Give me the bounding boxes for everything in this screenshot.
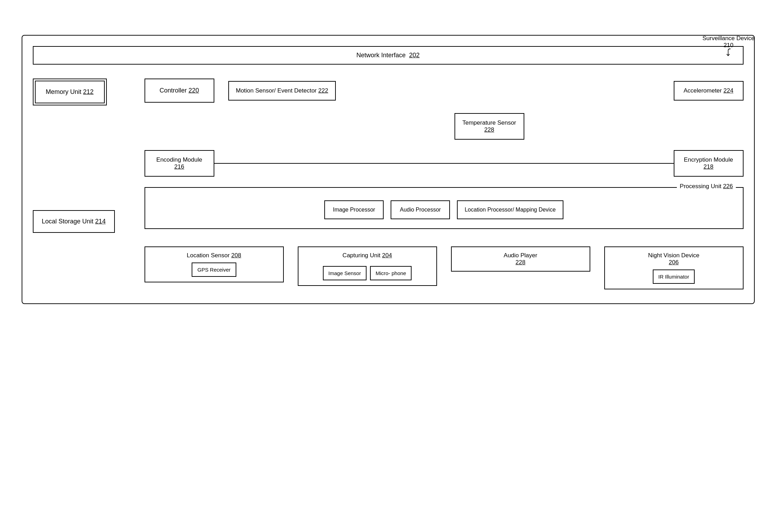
- ir-illuminator-label: IR Illuminator: [658, 274, 689, 280]
- audio-player-box: Audio Player228: [451, 246, 590, 272]
- local-storage-box: Local Storage Unit 214: [33, 210, 115, 233]
- memory-unit-number: 212: [83, 88, 94, 95]
- accelerometer-box: Accelerometer 224: [674, 81, 744, 101]
- left-column: Memory Unit 212 Local Storage Unit 214: [33, 79, 131, 289]
- location-sensor-box: Location Sensor 208 GPS Receiver: [145, 246, 284, 282]
- encryption-module-number: 218: [703, 163, 713, 170]
- image-sensor-box: Image Sensor: [323, 266, 367, 280]
- accelerometer-label: Accelerometer: [683, 87, 722, 94]
- controller-label: Controller: [160, 87, 187, 94]
- temperature-sensor-number: 228: [484, 126, 494, 133]
- capturing-unit-inner: Image Sensor Micro- phone: [304, 263, 431, 280]
- processing-unit-inner: Image Processor Audio Processor Location…: [151, 193, 737, 223]
- memory-unit-box: Memory Unit 212: [35, 81, 105, 103]
- network-interface-box: Network Interface 202: [33, 46, 744, 65]
- processing-unit-label: Processing Unit 226: [677, 183, 736, 190]
- motion-sensor-label: Motion Sensor/ Event Detector: [236, 87, 317, 94]
- controller-box: Controller 220: [145, 79, 214, 103]
- night-vision-device-label: Night Vision Device206: [611, 252, 737, 266]
- capturing-unit-box: Capturing Unit 204 Image Sensor Micro- p…: [298, 246, 437, 286]
- location-sensor-label: Location Sensor 208: [151, 252, 278, 259]
- row-encoding: Encoding Module216 Encryption Module218: [145, 150, 744, 177]
- temperature-sensor-box: Temperature Sensor228: [454, 113, 524, 140]
- local-storage-wrapper: Local Storage Unit 214: [33, 210, 115, 233]
- motion-sensor-box: Motion Sensor/ Event Detector 222: [228, 81, 336, 101]
- capturing-unit-label: Capturing Unit 204: [304, 252, 431, 259]
- local-storage-number: 214: [95, 218, 106, 225]
- encoding-module-number: 216: [174, 163, 184, 170]
- motion-sensor-number: 222: [318, 87, 328, 94]
- location-processor-box: Location Processor/ Mapping Device: [457, 200, 563, 219]
- local-storage-label: Local Storage Unit: [42, 218, 94, 225]
- main-content: Memory Unit 212 Local Storage Unit 214 C…: [33, 79, 744, 289]
- temperature-sensor-label: Temperature Sensor: [462, 119, 516, 126]
- gps-receiver-label: GPS Receiver: [197, 267, 230, 273]
- bottom-row: Location Sensor 208 GPS Receiver Capturi…: [145, 246, 744, 289]
- accelerometer-number: 224: [723, 87, 733, 94]
- controller-number: 220: [189, 87, 199, 94]
- encoding-line: [214, 163, 674, 164]
- encoding-module-box: Encoding Module216: [145, 150, 214, 177]
- row-1: Controller 220 Motion Sensor/ Event Dete…: [145, 79, 744, 103]
- page: Surveillance Device 210 ⤵ Network Interf…: [22, 35, 755, 304]
- network-interface-label: Network Interface: [356, 52, 406, 59]
- audio-processor-label: Audio Processor: [400, 207, 441, 213]
- audio-player-label: Audio Player228: [457, 252, 584, 266]
- memory-unit-label: Memory Unit: [46, 88, 81, 95]
- ir-illuminator-box: IR Illuminator: [653, 269, 695, 284]
- encoding-module-label: Encoding Module: [156, 156, 202, 163]
- processing-unit-box: Processing Unit 226 Image Processor Audi…: [145, 187, 744, 229]
- microphone-box: Micro- phone: [370, 266, 412, 280]
- outer-device-box: Network Interface 202 Memory Unit 212: [22, 35, 755, 304]
- encryption-module-label: Encryption Module: [684, 156, 733, 163]
- image-processor-box: Image Processor: [324, 200, 384, 219]
- audio-processor-box: Audio Processor: [391, 200, 450, 219]
- gps-receiver-box: GPS Receiver: [192, 263, 236, 277]
- microphone-label: Micro- phone: [376, 270, 406, 276]
- night-vision-device-box: Night Vision Device206 IR Illuminator: [604, 246, 744, 289]
- memory-unit-wrapper: Memory Unit 212: [33, 79, 107, 105]
- image-sensor-label: Image Sensor: [328, 270, 361, 276]
- image-processor-label: Image Processor: [333, 207, 375, 213]
- encryption-module-box: Encryption Module218: [674, 150, 744, 177]
- network-interface-number: 202: [409, 52, 420, 59]
- memory-unit-outer: Memory Unit 212: [33, 79, 107, 105]
- location-processor-label: Location Processor/ Mapping Device: [465, 207, 556, 213]
- center-column: Controller 220 Motion Sensor/ Event Dete…: [145, 79, 744, 289]
- row-temperature: Temperature Sensor228: [235, 113, 744, 140]
